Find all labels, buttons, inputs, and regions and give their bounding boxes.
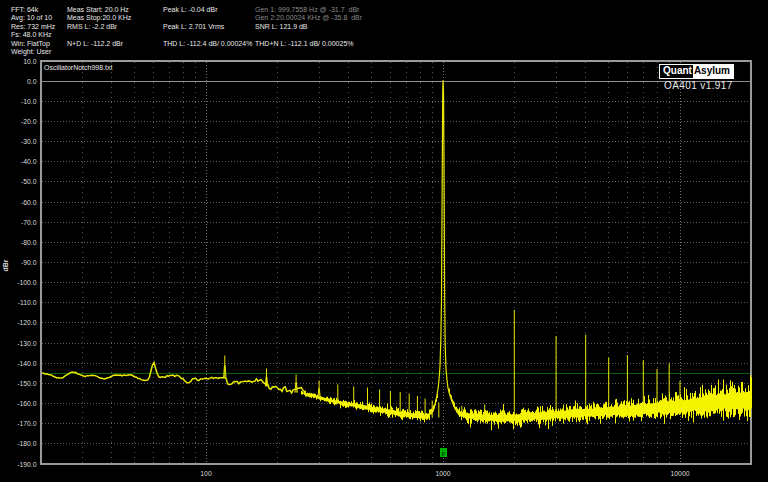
svg-text:-60.0: -60.0 (21, 199, 37, 206)
svg-text:-30.0: -30.0 (21, 138, 37, 145)
svg-text:-110.0: -110.0 (18, 299, 37, 306)
svg-text:10000: 10000 (671, 470, 690, 477)
svg-text:-20.0: -20.0 (21, 118, 37, 125)
svg-text:-100.0: -100.0 (17, 279, 36, 286)
svg-text:-130.0: -130.0 (17, 340, 36, 347)
svg-text:-140.0: -140.0 (17, 360, 36, 367)
svg-text:-90.0: -90.0 (21, 259, 37, 266)
svg-text:F: F (442, 451, 446, 457)
svg-text:-150.0: -150.0 (17, 380, 36, 387)
svg-text:0.0: 0.0 (27, 78, 37, 85)
svg-text:-50.0: -50.0 (21, 178, 37, 185)
svg-text:1000: 1000 (435, 470, 450, 477)
svg-text:-190.0: -190.0 (17, 461, 36, 468)
svg-text:-180.0: -180.0 (17, 440, 36, 447)
svg-text:-160.0: -160.0 (17, 400, 36, 407)
svg-text:-120.0: -120.0 (17, 319, 36, 326)
svg-text:-170.0: -170.0 (17, 420, 36, 427)
svg-text:-70.0: -70.0 (21, 219, 37, 226)
svg-text:-80.0: -80.0 (21, 239, 37, 246)
svg-text:-10.0: -10.0 (21, 98, 37, 105)
svg-text:-40.0: -40.0 (21, 158, 37, 165)
svg-text:100: 100 (200, 470, 212, 477)
svg-text:10.0: 10.0 (23, 58, 36, 65)
